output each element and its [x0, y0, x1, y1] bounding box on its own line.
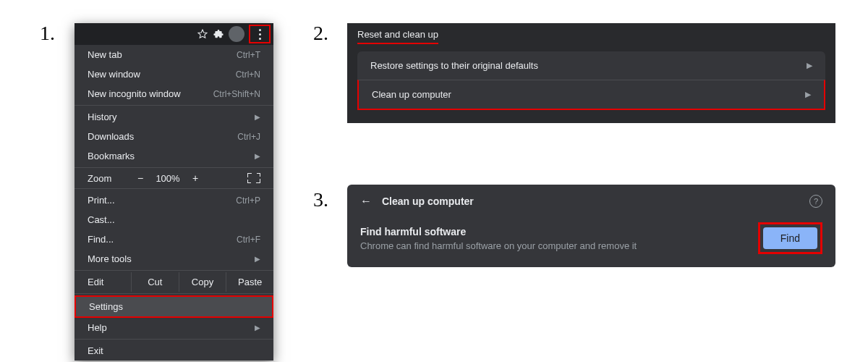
- find-heading: Find harmful software: [360, 226, 637, 237]
- menu-shortcut: Ctrl+Shift+N: [213, 89, 260, 99]
- menu-label: New incognito window: [88, 88, 213, 99]
- vertical-dots-icon: [259, 29, 261, 40]
- submenu-caret-icon: ▶: [255, 324, 260, 332]
- menu-label: Cast...: [88, 214, 260, 225]
- step-3-label: 3.: [313, 188, 328, 211]
- panel-body: Find harmful software Chrome can find ha…: [360, 222, 822, 254]
- help-icon[interactable]: ?: [809, 195, 822, 208]
- chrome-menu-panel: New tab Ctrl+T New window Ctrl+N New inc…: [75, 23, 273, 361]
- submenu-caret-icon: ▶: [255, 255, 260, 263]
- fullscreen-icon[interactable]: [247, 173, 260, 183]
- item-label: Clean up computer: [372, 89, 451, 100]
- menu-help[interactable]: Help ▶: [75, 318, 273, 337]
- menu-find[interactable]: Find... Ctrl+F: [75, 230, 273, 249]
- menu-history[interactable]: History ▶: [75, 107, 273, 127]
- menu-more-tools[interactable]: More tools ▶: [75, 249, 273, 269]
- menu-label: New tab: [88, 49, 237, 60]
- clean-up-computer-item[interactable]: Clean up computer ▶: [357, 80, 825, 110]
- menu-separator: [75, 167, 273, 168]
- edit-copy[interactable]: Copy: [179, 272, 226, 292]
- step-1-label: 1.: [40, 22, 55, 45]
- panel-title: Clean up computer: [382, 195, 799, 207]
- restore-defaults-item[interactable]: Restore settings to their original defau…: [357, 51, 825, 80]
- find-button[interactable]: Find: [763, 227, 817, 249]
- edit-paste[interactable]: Paste: [226, 272, 273, 292]
- step-2-label: 2.: [313, 22, 328, 45]
- menu-print[interactable]: Print... Ctrl+P: [75, 190, 273, 210]
- menu-incognito[interactable]: New incognito window Ctrl+Shift+N: [75, 84, 273, 104]
- zoom-value: 100%: [150, 173, 186, 184]
- panel-text: Find harmful software Chrome can find ha…: [360, 226, 637, 251]
- chevron-right-icon: ▶: [805, 90, 811, 99]
- menu-label: Bookmarks: [88, 151, 255, 161]
- menu-shortcut: Ctrl+J: [237, 132, 260, 142]
- profile-avatar[interactable]: [229, 26, 244, 42]
- edit-label: Edit: [75, 272, 131, 292]
- menu-edit-row: Edit Cut Copy Paste: [75, 272, 273, 292]
- menu-settings[interactable]: Settings: [75, 295, 273, 318]
- menu-cast[interactable]: Cast...: [75, 210, 273, 230]
- menu-label: More tools: [88, 253, 255, 264]
- chevron-right-icon: ▶: [807, 61, 812, 70]
- menu-shortcut: Ctrl+T: [237, 50, 260, 60]
- menu-label: History: [88, 111, 255, 122]
- reset-cleanup-panel: Reset and clean up Restore settings to t…: [347, 23, 835, 123]
- find-highlight-box: Find: [758, 222, 822, 254]
- zoom-label: Zoom: [88, 173, 131, 184]
- back-arrow-icon[interactable]: ←: [360, 195, 372, 207]
- menu-label: Exit: [88, 345, 260, 356]
- menu-label: Find...: [88, 234, 237, 245]
- menu-new-window[interactable]: New window Ctrl+N: [75, 64, 273, 84]
- menu-new-tab[interactable]: New tab Ctrl+T: [75, 45, 273, 64]
- menu-label: Settings: [89, 301, 123, 312]
- chrome-toolbar: [75, 23, 273, 45]
- menu-separator: [75, 188, 273, 189]
- menu-exit[interactable]: Exit: [75, 341, 273, 361]
- more-menu-button[interactable]: [249, 25, 271, 43]
- menu-label: Help: [88, 322, 255, 333]
- panel-header: ← Clean up computer ?: [360, 195, 822, 222]
- menu-separator: [75, 339, 273, 340]
- menu-separator: [75, 105, 273, 106]
- menu-zoom: Zoom − 100% +: [75, 169, 273, 187]
- menu-shortcut: Ctrl+N: [236, 70, 260, 80]
- settings-card: Restore settings to their original defau…: [357, 51, 825, 110]
- extensions-icon[interactable]: [213, 28, 224, 40]
- menu-separator: [75, 293, 273, 294]
- zoom-out-button[interactable]: −: [131, 172, 150, 184]
- menu-shortcut: Ctrl+F: [237, 235, 260, 245]
- bookmark-star-icon[interactable]: [197, 28, 208, 40]
- item-label: Restore settings to their original defau…: [370, 60, 538, 71]
- menu-bookmarks[interactable]: Bookmarks ▶: [75, 146, 273, 166]
- menu-shortcut: Ctrl+P: [236, 195, 260, 206]
- submenu-caret-icon: ▶: [255, 113, 260, 121]
- submenu-caret-icon: ▶: [255, 152, 260, 160]
- menu-label: Print...: [88, 195, 236, 206]
- menu-label: Downloads: [88, 131, 237, 142]
- menu-downloads[interactable]: Downloads Ctrl+J: [75, 127, 273, 146]
- clean-up-computer-panel: ← Clean up computer ? Find harmful softw…: [347, 185, 835, 267]
- menu-separator: [75, 270, 273, 271]
- find-description: Chrome can find harmful software on your…: [360, 240, 637, 251]
- edit-cut[interactable]: Cut: [131, 272, 179, 292]
- menu-label: New window: [88, 69, 236, 80]
- section-title: Reset and clean up: [357, 29, 438, 44]
- zoom-in-button[interactable]: +: [186, 172, 205, 184]
